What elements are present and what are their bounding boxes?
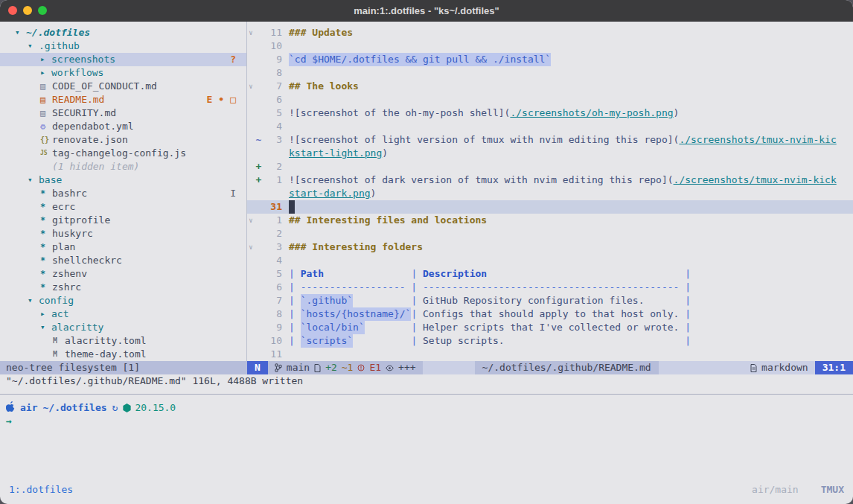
tree-item[interactable]: *gitprofile xyxy=(0,214,246,227)
fold-open-icon[interactable]: ∨ xyxy=(247,26,255,39)
editor-line[interactable]: ∨ 1## Interesting files and locations xyxy=(247,214,853,227)
editor-line[interactable]: kstart-light.png) xyxy=(247,147,853,160)
text-segment: ) xyxy=(382,147,388,160)
node-version-segment: 20.15.0 xyxy=(123,401,176,415)
editor-line[interactable]: start-dark.png) xyxy=(247,187,853,200)
text-segment: ## The looks xyxy=(289,80,359,93)
tree-item[interactable]: ▾config xyxy=(0,294,246,307)
tree-item[interactable]: *ecrc xyxy=(0,200,246,214)
editor-line[interactable]: 2 xyxy=(247,227,853,240)
text-segment: ) xyxy=(371,187,377,200)
line-number: 3 xyxy=(263,240,282,254)
sign-column xyxy=(255,26,263,39)
tree-item[interactable]: *huskyrc xyxy=(0,227,246,240)
tree-item[interactable]: *zshenv xyxy=(0,267,246,281)
fold-open-icon[interactable]: ∨ xyxy=(247,214,255,227)
tmux-window-name[interactable]: 1:.dotfiles xyxy=(9,482,73,497)
editor-line[interactable]: 10 xyxy=(247,39,853,53)
text-segment: Path xyxy=(301,267,324,281)
tree-item[interactable]: ⚙dependabot.yml xyxy=(0,120,246,133)
tree-item[interactable]: ▸act xyxy=(0,307,246,321)
editor-line[interactable]: +2 xyxy=(247,160,853,173)
chevron-right-icon[interactable]: ▸ xyxy=(40,307,51,321)
tree-item[interactable]: ▤README.mdE•□ xyxy=(0,93,246,106)
git-branch: main xyxy=(287,361,310,374)
tree-item[interactable]: ▾~/.dotfiles xyxy=(0,26,246,39)
eye-icon xyxy=(386,365,394,371)
editor-line[interactable]: 4 xyxy=(247,254,853,267)
tree-item[interactable]: (1 hidden item) xyxy=(0,160,246,173)
editor-line[interactable]: 9| `local/bin` | Helper scripts that I'v… xyxy=(247,321,853,334)
line-number: 6 xyxy=(263,93,282,106)
shell-pane[interactable]: air ~/.dotfiles ↻ 20.15.0 → xyxy=(0,395,853,428)
empty-terminal-area[interactable] xyxy=(0,428,853,482)
editor-line[interactable]: 8 xyxy=(247,66,853,80)
diagnostics-count: E1 xyxy=(369,361,381,374)
close-button[interactable] xyxy=(8,6,17,15)
text-segment: | xyxy=(685,267,691,281)
tree-item[interactable]: JStag-changelog-config.js xyxy=(0,147,246,160)
tree-item[interactable]: *bashrcI xyxy=(0,187,246,200)
tree-item[interactable]: ▸workflows xyxy=(0,66,246,80)
fold-column xyxy=(247,93,255,106)
chevron-down-icon[interactable]: ▾ xyxy=(15,26,26,39)
tree-item[interactable]: ▾alacritty xyxy=(0,321,246,334)
editor-line[interactable]: 5![screenshot of the oh-my-posh shell](.… xyxy=(247,106,853,120)
editor-line[interactable]: 11 xyxy=(247,348,853,361)
text-segment: `hosts/{hostname}/` xyxy=(301,307,412,321)
sign-column xyxy=(255,147,263,160)
editor-line[interactable]: 5| Path | Description | xyxy=(247,267,853,281)
editor-line[interactable]: 10| `scripts` | Setup scripts. | xyxy=(247,334,853,348)
fold-open-icon[interactable]: ∨ xyxy=(247,240,255,254)
editor-line[interactable]: 6| ------------------ | ----------------… xyxy=(247,281,853,294)
tree-item[interactable]: ▤SECURITY.md xyxy=(0,106,246,120)
tree-item[interactable]: Malacritty.toml xyxy=(0,334,246,348)
chevron-right-icon[interactable]: ▸ xyxy=(40,53,51,66)
editor-line[interactable]: 9`cd $HOME/.dotfiles && git pull && ./in… xyxy=(247,53,853,66)
toml-file-icon: M xyxy=(53,348,65,361)
editor-line[interactable]: 7| `.github` | GitHub Repository configu… xyxy=(247,294,853,307)
text-segment: | xyxy=(685,321,691,334)
text-segment xyxy=(679,307,685,321)
tree-item[interactable]: *zshrc xyxy=(0,281,246,294)
text-segment: ![screenshot of light version of tmux wi… xyxy=(289,133,679,147)
tree-item[interactable]: {}renovate.json xyxy=(0,133,246,147)
fold-column xyxy=(247,348,255,361)
text-segment: Description xyxy=(423,267,487,281)
editor-line[interactable]: 8| `hosts/{hostname}/`| Configs that sho… xyxy=(247,307,853,321)
zoom-button[interactable] xyxy=(38,6,47,15)
editor-line[interactable]: 31 xyxy=(247,200,853,214)
editor-line[interactable]: 4 xyxy=(247,120,853,133)
toml-file-icon: M xyxy=(53,334,65,348)
fold-column xyxy=(247,267,255,281)
tree-item[interactable]: *plan xyxy=(0,240,246,254)
text-segment: ## Interesting files and locations xyxy=(289,214,487,227)
text-segment: | xyxy=(289,334,301,348)
chevron-down-icon[interactable]: ▾ xyxy=(28,39,39,53)
tree-item-label: theme-day.toml xyxy=(65,348,147,361)
editor-line[interactable]: +1![screenshot of dark version of tmux w… xyxy=(247,173,853,187)
fold-open-icon[interactable]: ∨ xyxy=(247,80,255,93)
editor-line[interactable]: ∨ 3### Interesting folders xyxy=(247,240,853,254)
chevron-down-icon[interactable]: ▾ xyxy=(28,294,39,307)
text-segment: GitHub Repository configuration files. xyxy=(423,294,644,307)
editor-line[interactable]: ∨ 7## The looks xyxy=(247,80,853,93)
chevron-down-icon[interactable]: ▾ xyxy=(40,321,51,334)
fold-column xyxy=(247,39,255,53)
tree-item[interactable]: ▤CODE_OF_CONDUCT.md xyxy=(0,80,246,93)
minimize-button[interactable] xyxy=(23,6,32,15)
editor-line[interactable]: 6 xyxy=(247,93,853,106)
text-segment: `.github` xyxy=(301,294,353,307)
tree-item[interactable]: ▾base xyxy=(0,173,246,187)
text-segment: ) xyxy=(674,106,680,120)
chevron-down-icon[interactable]: ▾ xyxy=(28,173,39,187)
neotree-sidebar: ▾~/.dotfiles▾.github▸screenshots?▸workfl… xyxy=(0,22,247,361)
editor-line[interactable]: ~3![screenshot of light version of tmux … xyxy=(247,133,853,147)
chevron-right-icon[interactable]: ▸ xyxy=(40,66,51,80)
tree-item[interactable]: Mtheme-day.toml xyxy=(0,348,246,361)
tree-item[interactable]: ▸screenshots? xyxy=(0,53,246,66)
text-segment: | xyxy=(685,307,691,321)
editor-line[interactable]: ∨ 11### Updates xyxy=(247,26,853,39)
tree-item[interactable]: ▾.github xyxy=(0,39,246,53)
tree-item[interactable]: *shellcheckrc xyxy=(0,254,246,267)
